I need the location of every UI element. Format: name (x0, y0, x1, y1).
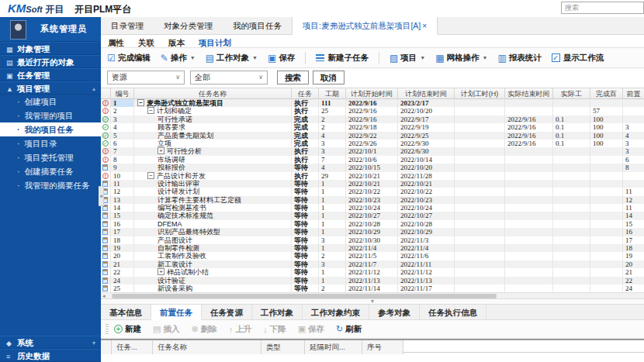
cancel-button[interactable]: 取消 (313, 71, 345, 84)
detail-tab-工作对象[interactable]: 工作对象 (252, 305, 303, 320)
sidebar-item-我管理的摘要任务[interactable]: ·我管理的摘要任务 (0, 178, 101, 192)
column-header-实际结束时间[interactable]: 实际结束时间 (505, 88, 553, 100)
table-row[interactable]: 21新工装设计等待32022/11/72022/11/1120 (101, 260, 644, 268)
新建-button[interactable]: +新建 (114, 324, 141, 335)
table-row[interactable]: 11设计输出评审等待12022/10/212022/10/21 (101, 180, 644, 188)
sidebar-collapse-handle[interactable]: ◂ (99, 186, 104, 206)
table-row[interactable]: ✓5产品质量先期策划完成42022/9/222022/9/252022/9/16… (101, 132, 644, 140)
sidebar-item-创建摘要任务[interactable]: ·创建摘要任务 (0, 164, 101, 178)
column-header-工期[interactable]: 工期 (319, 88, 346, 100)
column-header-任务[interactable]: 任务 (292, 88, 319, 100)
panel-splitter[interactable]: ▼ (101, 298, 644, 305)
detail-tab-前置任务[interactable]: 前置任务 (151, 305, 202, 320)
table-row[interactable]: 9投标报价等待42022/10/152022/10/208 (101, 164, 644, 171)
table-row[interactable]: ✓3可行性承诺完成22022/9/162022/9/172022/9/160.1… (101, 115, 644, 123)
sidebar-section-对象管理[interactable]: ▦对象管理 (0, 42, 101, 55)
column-header-计划工时(H)[interactable]: 计划工时(H) (455, 88, 505, 100)
sidebar-section-任务管理[interactable]: ▣任务管理 (0, 68, 101, 81)
sidebar-section-系统[interactable]: ◆系统▾ (0, 336, 101, 349)
expand-toggle-icon[interactable]: + (158, 268, 164, 275)
tab-对象分类管理[interactable]: 对象分类管理 (154, 17, 223, 35)
table-row[interactable]: !7+可行性分析执行32022/10/12022/6/303 (101, 147, 644, 155)
tab-项目:麦弗逊式独立前悬架项目[A][interactable]: 项目:麦弗逊式独立前悬架项目[A]× (292, 17, 438, 35)
保存-button[interactable]: ▣保存 (268, 53, 295, 64)
table-row[interactable]: 25新设备采购等待22022/11/142022/11/1724 (101, 284, 644, 292)
报表统计-button[interactable]: ▥报表统计 (497, 53, 541, 64)
workflow-checkbox[interactable]: ✓显示工作流 (552, 53, 604, 64)
sidebar-item-我的项目任务[interactable]: ·我的项目任务 (0, 122, 101, 136)
sidebar-item-项目目录[interactable]: ·项目目录 (0, 136, 101, 150)
sidebar-section-项目管理[interactable]: ▲项目管理▴ (0, 81, 101, 95)
操作-button[interactable]: ✎操作▼ (161, 53, 196, 64)
table-row[interactable]: 18产品图设计等待32022/10/302022/11/317 (101, 236, 644, 244)
detail-column-header-任务...[interactable]: 任务... (112, 340, 153, 354)
cell-plan-hours (455, 140, 505, 147)
table-row[interactable]: 17识别产品最终特效型等待12022/10/292022/10/2916 (101, 228, 644, 236)
刷新-button[interactable]: ↻刷新 (336, 324, 362, 335)
task-name-text: 产品质量先期策划 (158, 132, 213, 140)
column-header-任务名称[interactable]: 任务名称 (134, 88, 292, 100)
detail-tab-参考对象[interactable]: 参考对象 (369, 305, 420, 320)
table-row[interactable]: 24设计验证等待12022/11/132022/11/1322 (101, 277, 644, 284)
table-row[interactable]: !2−计划和确定执行252022/9/162022/10/2057 (101, 107, 644, 115)
新建子任务-button[interactable]: 新建子任务 (316, 53, 369, 64)
global-search-input[interactable] (561, 2, 644, 14)
detail-column-header-序号[interactable]: 序号 (362, 340, 403, 354)
table-row[interactable]: !1−麦弗逊式独立前悬架项目执行1112022/9/162023/2/17 (101, 99, 644, 107)
table-row[interactable]: 12设计研发计划等待12022/10/222022/10/2211 (101, 188, 644, 195)
search-button[interactable]: 搜索 (277, 71, 309, 84)
add-icon: + (114, 325, 123, 333)
table-row[interactable]: !8市场调研执行72022/10/62022/10/146 (101, 156, 644, 164)
toolbar-drag-handle[interactable] (106, 324, 109, 335)
sidebar-section-历史数据[interactable]: ≡历史数据 (0, 349, 101, 362)
column-header-前置[interactable]: 前置 (623, 88, 644, 100)
detail-tab-基本信息[interactable]: 基本信息 (101, 305, 151, 320)
column-header-完成百[interactable]: 完成百 (590, 88, 623, 100)
网格操作-button[interactable]: ▦网格操作▼ (435, 53, 487, 64)
detail-column-header-类型[interactable]: 类型 (261, 340, 305, 354)
splitter-collapse-icon[interactable]: ▼ (101, 299, 644, 304)
sidebar-item-项目委托管理[interactable]: ·项目委托管理 (0, 150, 101, 164)
scope-filter-select[interactable]: 全部 ∨ (190, 71, 268, 84)
工作对象-button[interactable]: ▤工作对象▼ (206, 53, 258, 64)
user-row[interactable]: 系统管理员 (0, 17, 101, 42)
detail-tab-任务资源[interactable]: 任务资源 (202, 305, 252, 320)
expand-toggle-icon[interactable]: − (137, 99, 144, 106)
table-row[interactable]: 19自制零件检测等待12022/11/42022/11/418 (101, 244, 644, 252)
sidebar-item-我管理的项目[interactable]: ·我管理的项目 (0, 109, 101, 122)
detail-column-header-延隔时间...[interactable]: 延隔时间... (305, 340, 362, 354)
column-header-计划开始时间[interactable]: 计划开始时间 (346, 88, 398, 100)
table-row[interactable]: 15确定技术标准规范等待12022/10/272022/10/2714 (101, 212, 644, 219)
table-row[interactable]: 16DFEMA等待12022/10/282022/10/2815 (101, 220, 644, 228)
项目-button[interactable]: ▨项目▼ (390, 53, 425, 64)
tab-我的项目任务[interactable]: 我的项目任务 (223, 17, 292, 35)
bullet-icon: · (17, 97, 20, 106)
table-row[interactable]: 14编写检测基准书等待12022/10/242022/10/2411 (101, 204, 644, 212)
cell-plan-end: 2022/10/22 (398, 188, 455, 195)
table-row[interactable]: ✓6立项完成32022/9/262022/9/302022/9/160.1100… (101, 140, 644, 147)
resource-filter-select[interactable]: 资源 ∨ (107, 71, 185, 84)
column-header-icon[interactable] (101, 88, 111, 100)
table-row[interactable]: 20工装制作及验收等待22022/11/52022/11/619 (101, 252, 644, 260)
column-header-编号[interactable]: 编号 (111, 88, 134, 100)
detail-tab-工作对象约束[interactable]: 工作对象约束 (303, 305, 369, 320)
table-row[interactable]: ✓4顾客要求完成22022/9/182022/9/192022/9/160.11… (101, 123, 644, 131)
expand-toggle-icon[interactable]: − (147, 172, 154, 179)
table-row[interactable]: 13计算零件主要材料工艺定额等待12022/10/232022/10/2312 (101, 196, 644, 204)
horizontal-scrollbar[interactable]: ◂ (101, 292, 644, 298)
column-header-实际工[interactable]: 实际工 (553, 88, 590, 100)
expand-toggle-icon[interactable]: − (147, 107, 154, 114)
table-row[interactable]: 22+样品试制小结等待12022/11/122022/11/1221 (101, 268, 644, 276)
column-header-计划结束时间[interactable]: 计划结束时间 (398, 88, 455, 100)
detail-column-header-任务名称[interactable]: 任务名称 (153, 340, 261, 354)
detail-tab-任务执行信息[interactable]: 任务执行信息 (420, 305, 486, 320)
close-icon[interactable]: × (422, 22, 427, 30)
detail-column-header-blank[interactable] (101, 340, 112, 354)
sidebar-item-创建项目[interactable]: ·创建项目 (0, 95, 101, 109)
sidebar-section-最近打开的对象[interactable]: ▤最近打开的对象 (0, 55, 101, 68)
完成编辑-button[interactable]: ☑完成编辑 (107, 53, 151, 64)
task-name-text: 新工装设计 (158, 260, 192, 268)
expand-toggle-icon[interactable]: + (158, 147, 164, 154)
tab-目录管理[interactable]: 目录管理 (101, 17, 154, 35)
table-row[interactable]: !10−产品设计和开发执行292022/10/212022/11/28 (101, 172, 644, 180)
